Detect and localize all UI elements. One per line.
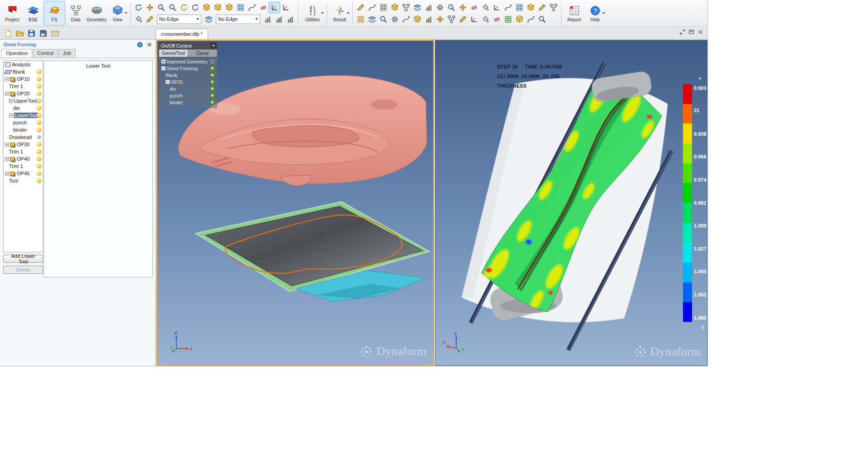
travel-curve-icon[interactable] — [412, 2, 423, 13]
report-template-icon[interactable] — [548, 2, 559, 13]
auto-position-icon[interactable] — [400, 2, 411, 13]
clip-x-icon[interactable] — [201, 2, 212, 13]
visibility-dot-on-icon[interactable] — [210, 66, 215, 70]
tree-item-uppertool[interactable]: UpperTool — [4, 97, 43, 104]
visibility-dot-on-icon[interactable] — [210, 87, 215, 91]
report-button[interactable]: Report — [564, 1, 585, 25]
visibility-bulb-icon[interactable] — [37, 128, 41, 132]
clip-z-icon[interactable] — [224, 2, 234, 13]
rotate-view-icon[interactable] — [178, 2, 189, 13]
visibility-dot-on-icon[interactable] — [210, 94, 215, 98]
tree-item-op40[interactable]: OP40 — [4, 155, 43, 163]
expander-icon[interactable] — [166, 80, 170, 84]
tailor-welded-icon[interactable] — [446, 2, 457, 13]
tree-item-trim1[interactable]: Trim 1 — [4, 83, 43, 90]
expander-icon[interactable] — [5, 172, 9, 176]
export-mail-icon[interactable] — [50, 28, 60, 38]
line-color-icon[interactable] — [144, 14, 155, 25]
tree-item-die[interactable]: die — [4, 104, 43, 112]
expander-icon[interactable] — [9, 99, 13, 103]
open-file-icon[interactable] — [15, 28, 24, 38]
utilities-button[interactable]: Utilities — [301, 1, 324, 25]
help-button[interactable]: ? Help — [585, 1, 605, 25]
view-button[interactable]: View — [107, 1, 128, 25]
bse-button[interactable]: BSE — [23, 1, 44, 25]
expander-icon[interactable] — [5, 143, 9, 147]
onoff-item-imported-geometry[interactable]: Imported Geometry — [160, 58, 216, 65]
tab-curve[interactable]: Curve — [188, 49, 217, 57]
tree-item-analysis[interactable]: Analysis — [4, 61, 43, 68]
expander-icon[interactable] — [5, 92, 9, 96]
shade-mode-icon[interactable] — [203, 14, 214, 25]
tree-item-op45[interactable]: OP45 — [4, 170, 43, 177]
geometry-button[interactable]: Geometry — [86, 1, 107, 25]
expander-icon[interactable] — [9, 113, 13, 118]
save-file-icon[interactable] — [26, 28, 36, 38]
visibility-bulb-icon[interactable] — [37, 171, 41, 176]
zoom-window-icon[interactable] — [167, 2, 178, 13]
tree-item-punch[interactable]: punch — [4, 119, 43, 126]
onoff-item-sheet-forming[interactable]: Sheet Forming — [160, 65, 216, 72]
tree-item-op30[interactable]: OP30 — [4, 141, 43, 148]
unfold-icon[interactable] — [491, 14, 502, 25]
expander-icon[interactable] — [161, 59, 166, 64]
visibility-dot-on-icon[interactable] — [210, 100, 215, 104]
view-dropdown-caret-icon[interactable] — [125, 12, 127, 14]
tab-job[interactable]: Job — [59, 49, 76, 58]
close-panel-icon[interactable] — [697, 29, 703, 37]
local-refine-icon[interactable] — [468, 2, 479, 13]
expander-icon[interactable] — [5, 157, 9, 161]
visibility-bulb-icon[interactable] — [37, 106, 41, 110]
compare-icon[interactable] — [536, 14, 547, 25]
fill-color-icon[interactable] — [133, 14, 144, 25]
onoff-item-punch[interactable]: punch — [160, 92, 216, 99]
scale-icon[interactable] — [423, 14, 434, 25]
visibility-bulb-icon[interactable] — [37, 69, 41, 74]
mesh-tool-icon[interactable] — [378, 2, 389, 13]
edge-extend-icon[interactable] — [389, 14, 400, 25]
morphing-icon[interactable] — [502, 2, 513, 13]
blank-setup-icon[interactable] — [355, 2, 366, 13]
coarse-mesh-icon[interactable] — [480, 2, 491, 13]
springback-icon[interactable] — [525, 2, 536, 13]
onoff-dropdown-icon[interactable] — [210, 43, 217, 49]
onoff-item-die[interactable]: die — [160, 85, 216, 92]
edge-display-select-2[interactable]: No Edge — [216, 15, 260, 24]
distance-measure-icon[interactable] — [514, 14, 525, 25]
result-button[interactable]: Result — [329, 1, 350, 25]
symmetry-icon[interactable] — [457, 2, 468, 13]
edge-display-select-1[interactable]: No Edge — [157, 15, 201, 24]
run-job-icon[interactable] — [137, 42, 143, 48]
result-3d-scene[interactable] — [435, 40, 707, 365]
tree-item-lowertool[interactable]: LowerTool — [4, 112, 43, 119]
section-cut-icon[interactable] — [355, 14, 366, 25]
document-tab[interactable]: crossmember.dfp * — [156, 29, 208, 39]
project-curve-icon[interactable] — [468, 14, 479, 25]
result-dropdown-caret-icon[interactable] — [347, 12, 350, 14]
onoff-item-op20[interactable]: OP20 — [160, 79, 216, 85]
mirror-icon[interactable] — [457, 14, 468, 25]
tree-item-tool[interactable]: Tool — [4, 177, 43, 184]
normals-icon[interactable] — [366, 14, 377, 25]
boundary-check-icon[interactable] — [389, 2, 400, 13]
remesh-icon[interactable] — [412, 14, 423, 25]
visibility-bulb-icon[interactable] — [37, 120, 41, 125]
flange-icon[interactable] — [480, 14, 491, 25]
visibility-bulb-icon[interactable] — [37, 91, 41, 96]
fs-button[interactable]: FS — [44, 1, 65, 25]
visibility-dot-on-icon[interactable] — [210, 80, 215, 84]
tool-offset-icon[interactable] — [491, 2, 502, 13]
free-rotate-icon[interactable] — [190, 2, 200, 13]
tree-item-trim1-3[interactable]: Trim 1 — [4, 163, 43, 170]
expander-icon[interactable] — [161, 66, 166, 70]
visibility-bulb-icon[interactable] — [37, 157, 41, 161]
world-axis-icon[interactable] — [280, 2, 291, 13]
visibility-bulb-icon[interactable] — [37, 84, 41, 89]
visibility-bulb-icon[interactable] — [37, 178, 41, 183]
smooth-icon[interactable] — [400, 14, 411, 25]
project-button[interactable]: Project — [2, 1, 23, 25]
utilities-dropdown-caret-icon[interactable] — [321, 12, 324, 14]
erase-highlight-icon[interactable] — [258, 2, 268, 13]
visibility-bulb-icon[interactable] — [37, 164, 41, 168]
tree-item-drawbead[interactable]: Drawbead — [4, 133, 43, 141]
